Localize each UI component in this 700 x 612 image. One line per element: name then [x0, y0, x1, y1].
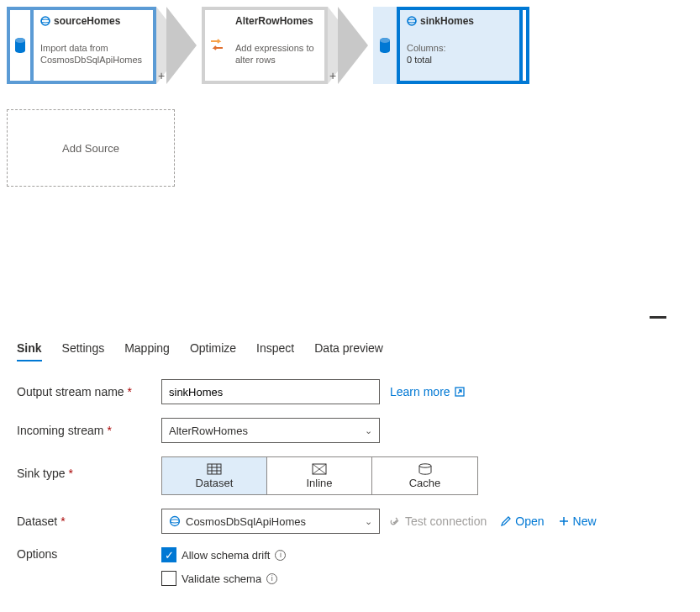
cache-icon	[418, 463, 433, 475]
svg-marker-5	[166, 7, 197, 84]
connector-2[interactable]: +	[328, 7, 373, 84]
flow-canvas[interactable]: sourceHomes Import data from CosmosDbSql…	[0, 0, 700, 319]
output-stream-label: Output stream name *	[17, 385, 161, 398]
open-dataset-link[interactable]: Open	[500, 514, 544, 528]
learn-more-link[interactable]: Learn more	[390, 385, 466, 398]
cosmos-icon-sink	[407, 16, 417, 26]
allow-schema-drift-checkbox[interactable]: ✓	[161, 547, 176, 562]
add-step-button[interactable]: +	[158, 69, 165, 82]
flow-row: sourceHomes Import data from CosmosDbSql…	[7, 7, 693, 84]
svg-point-19	[419, 463, 431, 467]
edit-icon	[500, 515, 512, 527]
allow-schema-drift-label: Allow schema drift	[182, 549, 270, 562]
incoming-stream-label: Incoming stream *	[17, 424, 161, 437]
sink-columns-label: Columns:	[407, 42, 513, 54]
svg-rect-13	[208, 464, 221, 474]
sink-type-label: Sink type *	[17, 456, 161, 480]
source-title: sourceHomes	[54, 15, 120, 27]
svg-point-2	[41, 17, 50, 25]
chevron-down-icon: ⌄	[365, 516, 372, 527]
output-stream-input[interactable]	[161, 379, 380, 404]
test-connection-link[interactable]: Test connection	[390, 514, 487, 528]
source-desc: Import data from CosmosDbSqlApiHomes	[40, 42, 146, 66]
panel-resize-handle[interactable]	[0, 319, 700, 326]
flow-node-transform[interactable]: AlterRowHomes Add expressions to alter r…	[202, 7, 328, 84]
cosmos-icon-select	[169, 515, 181, 527]
inline-icon	[312, 463, 327, 475]
dataset-select[interactable]: CosmosDbSqlApiHomes ⌄	[161, 509, 380, 534]
svg-point-10	[408, 17, 416, 25]
plug-icon	[390, 515, 402, 527]
dataset-icon	[207, 463, 222, 475]
tab-data-preview[interactable]: Data preview	[314, 336, 383, 361]
plus-icon	[558, 515, 570, 527]
alter-row-icon	[209, 38, 224, 53]
svg-point-9	[380, 38, 390, 43]
tab-optimize[interactable]: Optimize	[190, 336, 236, 361]
cosmos-icon	[40, 16, 50, 26]
source-db-icon	[7, 7, 30, 84]
external-link-icon	[454, 386, 466, 398]
svg-marker-7	[338, 7, 368, 84]
flow-node-sink[interactable]: sinkHomes Columns: 0 total	[397, 7, 523, 84]
validate-schema-checkbox[interactable]	[161, 571, 176, 586]
properties-panel: Sink Settings Mapping Optimize Inspect D…	[0, 326, 700, 612]
info-icon[interactable]: i	[266, 573, 277, 584]
transform-title: AlterRowHomes	[235, 15, 313, 27]
svg-point-20	[171, 517, 180, 526]
tab-settings[interactable]: Settings	[62, 336, 105, 361]
sink-type-cache[interactable]: Cache	[372, 457, 477, 494]
svg-point-3	[41, 19, 50, 23]
dataset-label: Dataset *	[17, 514, 161, 528]
validate-schema-label: Validate schema	[182, 572, 261, 585]
tab-sink[interactable]: Sink	[17, 336, 42, 361]
svg-point-1	[15, 38, 25, 43]
sink-title: sinkHomes	[420, 15, 474, 27]
info-icon[interactable]: i	[275, 550, 286, 561]
add-step-button-2[interactable]: +	[329, 69, 336, 82]
panel-tabs: Sink Settings Mapping Optimize Inspect D…	[17, 336, 683, 362]
sink-type-inline[interactable]: Inline	[267, 457, 372, 494]
new-dataset-link[interactable]: New	[558, 514, 597, 528]
add-source-button[interactable]: Add Source	[7, 109, 175, 187]
connector-1[interactable]: +	[156, 7, 202, 84]
incoming-stream-select[interactable]: AlterRowHomes ⌄	[161, 418, 380, 443]
sink-columns-value: 0 total	[407, 54, 513, 66]
sink-type-segmented: Dataset Inline Cache	[161, 456, 478, 495]
svg-point-11	[408, 19, 416, 23]
sink-type-dataset[interactable]: Dataset	[162, 457, 267, 494]
chevron-down-icon: ⌄	[365, 425, 372, 436]
flow-node-source[interactable]: sourceHomes Import data from CosmosDbSql…	[30, 7, 156, 84]
sink-db-icon	[373, 7, 397, 84]
transform-desc: Add expressions to alter rows	[235, 42, 318, 66]
svg-point-21	[171, 520, 180, 523]
options-label: Options	[17, 547, 161, 561]
sink-right-border	[523, 7, 529, 84]
tab-inspect[interactable]: Inspect	[256, 336, 294, 361]
tab-mapping[interactable]: Mapping	[124, 336, 170, 361]
